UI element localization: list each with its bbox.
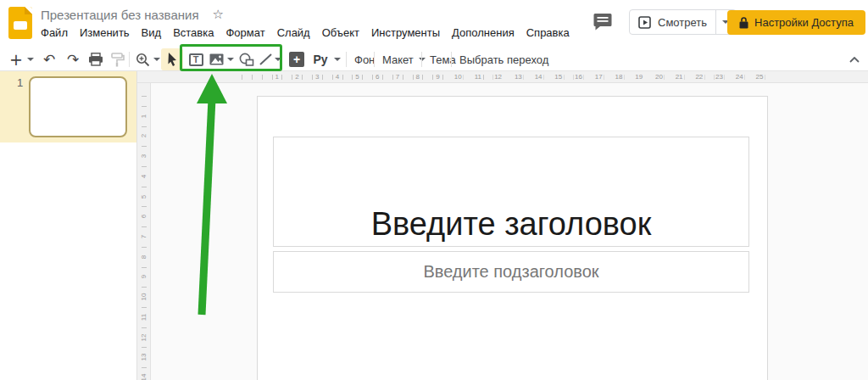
share-button[interactable]: Настройки Доступа (727, 10, 865, 35)
h-ruler-number: 11 (473, 73, 483, 81)
chevron-down-icon (227, 58, 234, 61)
chevron-down-icon (153, 58, 160, 61)
h-ruler-number: 1 (273, 73, 280, 81)
lock-icon (739, 17, 748, 29)
slide-number: 1 (17, 76, 23, 89)
v-ruler-number: 8 (139, 252, 149, 262)
cursor-arrow-icon (165, 52, 179, 67)
v-ruler-number: 13 (139, 352, 149, 362)
v-ruler-number: 2 (139, 131, 149, 141)
select-tool-button[interactable] (161, 48, 183, 70)
subtitle-placeholder[interactable]: Введите подзаголовок (273, 251, 749, 293)
h-ruler-number: 4 (334, 73, 341, 81)
document-title[interactable]: Презентация без названия (41, 8, 199, 22)
slide-row-selected[interactable]: 1 (0, 71, 136, 142)
shape-tool-button[interactable] (236, 48, 257, 70)
background-button[interactable]: Фон (349, 48, 380, 70)
undo-icon: ↶ (43, 53, 55, 67)
h-ruler-number: 20 (654, 73, 665, 81)
line-dropdown[interactable] (273, 48, 283, 70)
menu-bar: Файл Изменить Вид Вставка Формат Слайд О… (41, 26, 570, 39)
present-button[interactable]: Смотреть (630, 10, 715, 34)
menu-addons[interactable]: Дополнения (452, 26, 515, 39)
menu-file[interactable]: Файл (41, 26, 68, 39)
print-button[interactable] (86, 48, 106, 70)
present-play-icon (638, 16, 651, 29)
new-slide-dropdown[interactable] (25, 48, 36, 70)
h-ruler-number: 16 (573, 73, 584, 81)
doc-title-row: Презентация без названия ☆ (41, 7, 224, 22)
menu-object[interactable]: Объект (322, 26, 359, 39)
v-ruler-number: 5 (139, 192, 149, 202)
textbox-icon: T (189, 53, 203, 66)
redo-button[interactable]: ↷ (63, 48, 83, 70)
v-ruler-number: 1 (139, 111, 149, 121)
v-ruler-number: 3 (139, 151, 149, 161)
h-ruler-number: 9 (434, 73, 441, 81)
theme-label: Тема (430, 53, 456, 66)
menu-tools[interactable]: Инструменты (371, 26, 440, 39)
background-label: Фон (354, 53, 375, 66)
h-ruler-number: 14 (533, 73, 544, 81)
h-ruler-number: 23 (714, 73, 725, 81)
chevron-up-icon (849, 57, 860, 63)
v-ruler-number: 9 (139, 271, 149, 282)
title-placeholder[interactable]: Введите заголовок (273, 137, 749, 247)
insert-comment-icon: + (289, 52, 304, 67)
image-icon (209, 53, 224, 65)
toolbar-divider (346, 52, 347, 67)
v-ruler-number: 14 (139, 372, 149, 380)
menu-view[interactable]: Вид (142, 26, 162, 39)
h-ruler-number: 19 (633, 73, 644, 81)
present-button-group: Смотреть (629, 9, 737, 35)
transition-label: Выбрать переход (459, 53, 548, 66)
zoom-magnifier-icon (136, 53, 150, 67)
horizontal-ruler: 1234567891011121314151617181920212223242… (137, 71, 868, 83)
v-ruler-number: 4 (139, 171, 149, 182)
slides-logo-icon[interactable] (8, 7, 32, 39)
v-ruler-number: 7 (139, 232, 149, 242)
h-ruler-number: 21 (674, 73, 685, 81)
vertical-ruler: 1234567891011121314 (137, 83, 151, 380)
zoom-button[interactable] (132, 48, 153, 70)
undo-button[interactable]: ↶ (39, 48, 59, 70)
h-ruler-number: 17 (593, 73, 604, 81)
slide-thumbnail[interactable] (29, 76, 127, 137)
new-slide-button[interactable]: + (7, 48, 25, 70)
app-header: Презентация без названия ☆ Файл Изменить… (0, 0, 868, 47)
google-slides-app: Презентация без названия ☆ Файл Изменить… (0, 0, 868, 380)
h-ruler-number: 15 (553, 73, 564, 81)
hide-menus-button[interactable] (846, 48, 863, 70)
h-ruler-number: 25 (754, 73, 765, 81)
comments-button[interactable] (593, 13, 613, 31)
input-tools-dropdown[interactable] (332, 48, 342, 70)
v-ruler-number: 6 (139, 211, 149, 221)
star-icon[interactable]: ☆ (213, 7, 224, 22)
paint-format-button[interactable] (108, 48, 128, 70)
h-ruler-number: 10 (453, 73, 464, 81)
logo-fold (25, 7, 32, 14)
transition-button[interactable]: Выбрать переход (454, 48, 554, 70)
toolbar-divider (374, 52, 375, 67)
menu-help[interactable]: Справка (526, 26, 570, 39)
line-tool-button[interactable] (256, 48, 275, 70)
input-tools-button[interactable]: Ру (309, 48, 332, 70)
insert-comment-button[interactable]: + (287, 48, 306, 70)
h-ruler-number: 6 (374, 73, 381, 81)
image-dropdown[interactable] (225, 48, 236, 70)
menu-format[interactable]: Формат (225, 26, 264, 39)
comment-bubble-icon (593, 13, 613, 31)
textbox-tool-button[interactable]: T (186, 48, 206, 70)
present-label: Смотреть (658, 16, 707, 29)
layout-button[interactable]: Макет (377, 48, 431, 70)
plus-icon: + (293, 53, 300, 65)
menu-slide[interactable]: Слайд (277, 26, 310, 39)
toolbar-divider (129, 52, 130, 67)
shape-icon (239, 53, 254, 66)
h-ruler-number: 22 (693, 73, 704, 81)
horizontal-ruler-ticks (242, 75, 770, 80)
image-tool-button[interactable] (208, 48, 225, 70)
menu-edit[interactable]: Изменить (80, 26, 130, 39)
paint-roller-icon (111, 53, 125, 67)
menu-insert[interactable]: Вставка (173, 26, 214, 39)
